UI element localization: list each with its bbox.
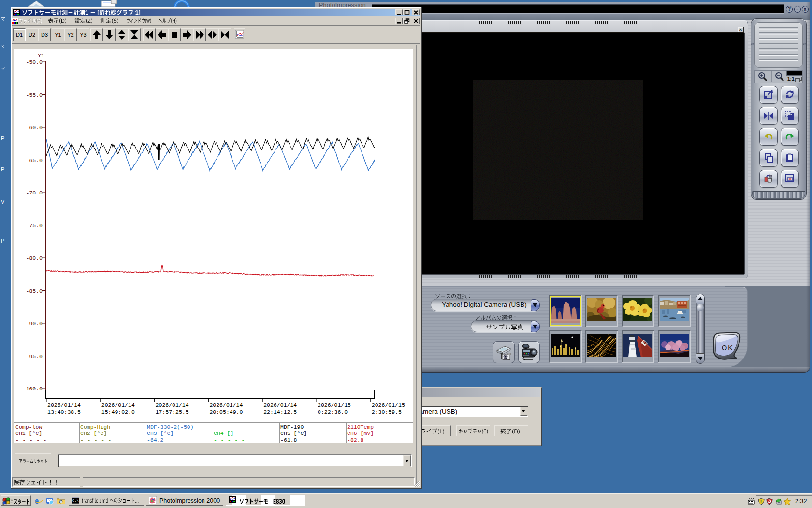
svg-text:-90.0: -90.0 [26,320,43,327]
svg-text:e: e [35,496,39,505]
svg-text:-75.0: -75.0 [26,223,43,229]
svg-text:-95.0: -95.0 [26,353,43,359]
svg-text:2026/01/15: 2026/01/15 [372,402,405,408]
svg-text:2026/01/14: 2026/01/14 [209,402,243,408]
svg-text:2026/01/14: 2026/01/14 [102,402,135,408]
svg-text:17:57:25.5: 17:57:25.5 [156,409,189,415]
svg-text:2026/01/15: 2026/01/15 [318,402,351,408]
svg-text:C:\: C:\ [72,499,79,503]
svg-text:13:40:38.5: 13:40:38.5 [47,409,81,415]
svg-text:2026/01/14: 2026/01/14 [47,402,81,408]
svg-text:15:49:02.0: 15:49:02.0 [102,409,135,415]
svg-text:-85.0: -85.0 [26,288,43,294]
svg-text:2026/01/14: 2026/01/14 [263,402,297,408]
svg-text:-80.0: -80.0 [26,255,43,261]
svg-text:-65.0: -65.0 [26,157,43,164]
svg-text:-70.0: -70.0 [26,190,43,196]
svg-text:OK: OK [722,344,734,352]
svg-text:22:14:12.5: 22:14:12.5 [263,409,297,415]
svg-text:Y1: Y1 [38,52,44,59]
svg-text:-50.0: -50.0 [26,59,43,65]
svg-text:2026/01/14: 2026/01/14 [156,402,189,408]
svg-text:-100.0: -100.0 [23,386,43,392]
svg-text:2:30:59.5: 2:30:59.5 [372,409,402,415]
svg-text:20:05:49.0: 20:05:49.0 [209,409,243,415]
svg-text:-60.0: -60.0 [26,124,43,131]
svg-text:!: ! [760,499,762,504]
svg-text:-55.0: -55.0 [26,92,43,98]
svg-text:0:22:36.0: 0:22:36.0 [318,409,348,415]
